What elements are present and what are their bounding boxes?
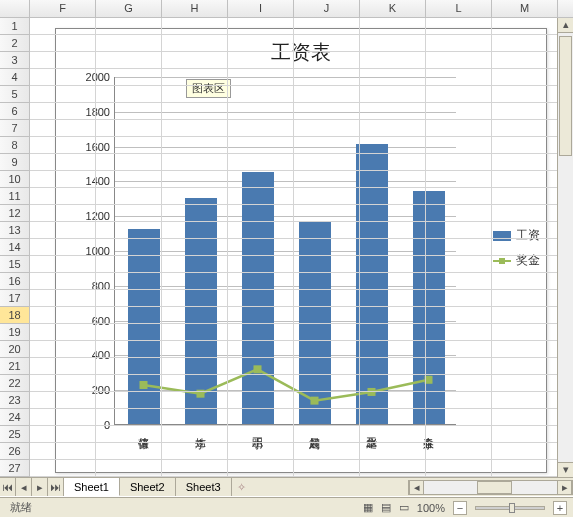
chart-title: 工资表 (56, 39, 546, 66)
row-header-13[interactable]: 13 (0, 222, 30, 239)
sheet-tab-bar: ⏮ ◂ ▸ ⏭ Sheet1Sheet2Sheet3 ✧ ◂ ▸ (0, 477, 573, 496)
column-header-I[interactable]: I (228, 0, 294, 17)
tab-nav-prev[interactable]: ◂ (16, 478, 32, 496)
column-header-M[interactable]: M (492, 0, 558, 17)
row-header-22[interactable]: 22 (0, 375, 30, 392)
view-break-icon[interactable]: ▭ (399, 501, 409, 514)
row-header-12[interactable]: 12 (0, 205, 30, 222)
legend-swatch-bar (493, 231, 511, 241)
row-header-1[interactable]: 1 (0, 18, 30, 35)
zoom-in-button[interactable]: + (553, 501, 567, 515)
row-header-4[interactable]: 4 (0, 69, 30, 86)
y-tick-label: 1800 (70, 106, 110, 118)
row-header-10[interactable]: 10 (0, 171, 30, 188)
view-normal-icon[interactable]: ▦ (363, 501, 373, 514)
row-header-8[interactable]: 8 (0, 137, 30, 154)
hscroll-track[interactable] (424, 481, 557, 494)
scroll-left-button[interactable]: ◂ (409, 481, 424, 494)
svg-rect-3 (311, 397, 319, 405)
tab-nav-last[interactable]: ⏭ (48, 478, 64, 496)
tab-nav-first[interactable]: ⏮ (0, 478, 16, 496)
status-text: 就绪 (10, 500, 32, 515)
tab-nav-next[interactable]: ▸ (32, 478, 48, 496)
legend-label-bar: 工资 (516, 227, 540, 244)
new-sheet-button[interactable]: ✧ (232, 478, 252, 496)
row-header-3[interactable]: 3 (0, 52, 30, 69)
row-header-19[interactable]: 19 (0, 324, 30, 341)
legend-item-bar: 工资 (493, 227, 540, 244)
row-header-25[interactable]: 25 (0, 426, 30, 443)
y-tick-label: 2000 (70, 71, 110, 83)
row-header-5[interactable]: 5 (0, 86, 30, 103)
row-header-20[interactable]: 20 (0, 341, 30, 358)
row-header-26[interactable]: 26 (0, 443, 30, 460)
chart-legend: 工资 奖金 (493, 219, 540, 277)
row-headers: 1234567891011121314151617181920212223242… (0, 18, 30, 477)
scroll-right-button[interactable]: ▸ (557, 481, 572, 494)
select-all-corner[interactable] (0, 0, 30, 17)
row-header-21[interactable]: 21 (0, 358, 30, 375)
sheet-tab-sheet3[interactable]: Sheet3 (176, 478, 232, 496)
hscroll-thumb[interactable] (477, 481, 512, 494)
column-header-K[interactable]: K (360, 0, 426, 17)
row-header-18[interactable]: 18 (0, 307, 30, 324)
column-header-H[interactable]: H (162, 0, 228, 17)
row-header-17[interactable]: 17 (0, 290, 30, 307)
cells-area[interactable]: 工资表 图表区 02004006008001000120014001600180… (30, 18, 573, 477)
row-header-16[interactable]: 16 (0, 273, 30, 290)
zoom-level[interactable]: 100% (417, 502, 445, 514)
status-bar: 就绪 ▦ ▤ ▭ 100% − + (0, 497, 573, 517)
svg-rect-0 (140, 381, 148, 389)
column-header-G[interactable]: G (96, 0, 162, 17)
zoom-thumb[interactable] (509, 503, 515, 513)
row-header-15[interactable]: 15 (0, 256, 30, 273)
svg-rect-2 (254, 365, 262, 373)
zoom-out-button[interactable]: − (453, 501, 467, 515)
zoom-slider[interactable] (475, 506, 545, 510)
y-tick-label: 400 (70, 349, 110, 361)
scroll-down-button[interactable]: ▾ (558, 462, 573, 477)
row-header-27[interactable]: 27 (0, 460, 30, 477)
y-tick-label: 600 (70, 315, 110, 327)
column-headers: FGHIJKLM (0, 0, 573, 18)
row-header-11[interactable]: 11 (0, 188, 30, 205)
y-tick-label: 1400 (70, 175, 110, 187)
row-header-14[interactable]: 14 (0, 239, 30, 256)
chart-line-series[interactable] (115, 77, 456, 424)
view-layout-icon[interactable]: ▤ (381, 501, 391, 514)
vscroll-thumb[interactable] (559, 36, 572, 156)
legend-swatch-line (493, 256, 511, 266)
column-header-J[interactable]: J (294, 0, 360, 17)
column-header-F[interactable]: F (30, 0, 96, 17)
tab-nav: ⏮ ◂ ▸ ⏭ (0, 478, 64, 496)
row-header-2[interactable]: 2 (0, 35, 30, 52)
horizontal-scrollbar[interactable]: ◂ ▸ (408, 480, 573, 495)
row-header-7[interactable]: 7 (0, 120, 30, 137)
column-header-L[interactable]: L (426, 0, 492, 17)
scroll-up-button[interactable]: ▴ (558, 18, 573, 33)
row-header-9[interactable]: 9 (0, 154, 30, 171)
spreadsheet-grid: FGHIJKLM 1234567891011121314151617181920… (0, 0, 573, 477)
chart-object[interactable]: 工资表 图表区 02004006008001000120014001600180… (55, 28, 547, 473)
sheet-tab-sheet2[interactable]: Sheet2 (120, 478, 176, 496)
vertical-scrollbar[interactable]: ▴ ▾ (557, 18, 573, 477)
sheet-tab-sheet1[interactable]: Sheet1 (64, 478, 120, 496)
row-header-23[interactable]: 23 (0, 392, 30, 409)
row-header-24[interactable]: 24 (0, 409, 30, 426)
row-header-6[interactable]: 6 (0, 103, 30, 120)
chart-plot-area[interactable]: 0200400600800100012001400160018002000 (114, 77, 456, 425)
y-tick-label: 1600 (70, 141, 110, 153)
